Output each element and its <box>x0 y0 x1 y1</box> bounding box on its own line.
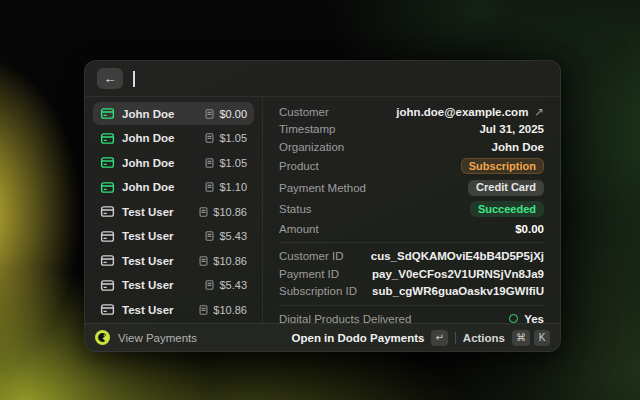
detail-value: Jul 31, 2025 <box>479 123 544 135</box>
footer-divider <box>455 332 456 344</box>
payment-list-item[interactable]: Test User$10.86 <box>93 200 254 223</box>
actions-button[interactable]: Actions <box>463 332 505 344</box>
receipt-icon <box>198 255 209 267</box>
section-divider <box>279 305 544 306</box>
detail-label: Customer ID <box>279 250 344 262</box>
payment-list-item[interactable]: Test User$5.43 <box>93 274 254 297</box>
receipt-icon <box>198 206 209 218</box>
section-divider <box>279 242 544 243</box>
customer-email-text: john.doe@example.com <box>396 106 528 118</box>
payment-customer-name: Test User <box>122 230 197 242</box>
credit-card-icon <box>100 253 115 268</box>
payment-amount-text: $1.05 <box>219 132 247 144</box>
receipt-icon <box>204 132 215 144</box>
credit-card-icon <box>100 180 115 195</box>
payment-amount-text: $10.86 <box>213 206 247 218</box>
detail-row: Payment MethodCredit Card <box>279 177 544 199</box>
external-link-icon: ↗ <box>534 105 544 119</box>
detail-value: $0.00 <box>515 223 544 235</box>
search-input-caret <box>133 71 135 87</box>
credit-card-icon <box>100 229 115 244</box>
payment-amount-text: $5.43 <box>219 279 247 291</box>
back-arrow-icon: ← <box>104 71 117 86</box>
payment-customer-name: John Doe <box>122 108 197 120</box>
return-key-badge: ↵ <box>431 330 447 346</box>
payment-list-item[interactable]: John Doe$1.05 <box>93 151 254 174</box>
detail-value: pay_V0eCFos2V1URNSjVn8Ja9 <box>372 268 544 280</box>
payment-customer-name: Test User <box>122 255 191 267</box>
detail-value: cus_SdQKAMOviE4bB4D5P5jXj <box>371 250 544 262</box>
detail-label: Amount <box>279 223 319 235</box>
payment-customer-name: Test User <box>122 206 191 218</box>
detail-label: Timestamp <box>279 123 335 135</box>
receipt-icon <box>204 279 215 291</box>
detail-row: StatusSucceeded <box>279 199 544 221</box>
detail-label: Subscription ID <box>279 285 357 297</box>
payment-amount: $5.43 <box>204 230 247 242</box>
detail-label: Organization <box>279 141 344 153</box>
detail-row: Customerjohn.doe@example.com↗ <box>279 103 544 121</box>
detail-row: Payment IDpay_V0eCFos2V1URNSjVn8Ja9 <box>279 265 544 283</box>
payment-customer-name: John Doe <box>122 132 197 144</box>
command-palette-window: ← John Doe$0.00John Doe$1.05John Doe$1.0… <box>84 60 561 352</box>
payment-list-item[interactable]: Test User$10.86 <box>93 249 254 272</box>
payment-amount: $1.05 <box>204 157 247 169</box>
receipt-icon <box>204 230 215 242</box>
dodo-payments-logo-icon <box>95 330 110 345</box>
payment-customer-name: John Doe <box>122 157 197 169</box>
detail-label: Status <box>279 203 312 215</box>
delivered-indicator: Yes <box>509 313 544 323</box>
payment-customer-name: Test User <box>122 304 191 316</box>
credit-card-icon <box>100 278 115 293</box>
detail-label: Product <box>279 160 319 172</box>
payment-customer-name: John Doe <box>122 181 197 193</box>
detail-row: Digital Products DeliveredYes <box>279 310 544 323</box>
detail-value: sub_cgWR6guaOaskv19GWIfiU <box>372 285 544 297</box>
product-badge: Subscription <box>461 158 544 174</box>
footer-action-bar: View Payments Open in Dodo Payments ↵ Ac… <box>85 323 560 351</box>
detail-row: Customer IDcus_SdQKAMOviE4bB4D5P5jXj <box>279 248 544 266</box>
payment-amount: $10.86 <box>198 255 247 267</box>
credit-card-icon <box>100 155 115 170</box>
status-badge: Succeeded <box>470 201 544 217</box>
receipt-icon <box>204 157 215 169</box>
detail-label: Payment ID <box>279 268 339 280</box>
k-key-badge: K <box>534 330 550 346</box>
receipt-icon <box>204 181 215 193</box>
payment-list-item[interactable]: John Doe$0.00 <box>93 102 254 125</box>
credit-card-icon <box>100 106 115 121</box>
detail-label: Digital Products Delivered <box>279 313 411 323</box>
detail-value: John Doe <box>492 141 544 153</box>
receipt-icon <box>204 108 215 120</box>
detail-row: ProductSubscription <box>279 156 544 178</box>
credit-card-icon <box>100 204 115 219</box>
detail-panel: Customerjohn.doe@example.com↗TimestampJu… <box>263 97 560 323</box>
payment-list-item[interactable]: John Doe$1.05 <box>93 127 254 150</box>
status-circle-icon <box>509 314 518 323</box>
payment-amount: $1.10 <box>204 181 247 193</box>
extension-name: View Payments <box>118 332 197 344</box>
payment-amount: $0.00 <box>204 108 247 120</box>
payment-amount-text: $10.86 <box>213 255 247 267</box>
search-header: ← <box>85 61 560 97</box>
detail-label: Customer <box>279 106 329 118</box>
credit-card-icon <box>100 302 115 317</box>
cmd-key-badge: ⌘ <box>512 330 530 346</box>
payment-amount-text: $1.05 <box>219 157 247 169</box>
detail-label: Payment Method <box>279 182 366 194</box>
payment-amount-text: $5.43 <box>219 230 247 242</box>
detail-row: Amount$0.00 <box>279 220 544 238</box>
payment-method-badge: Credit Card <box>468 180 544 196</box>
open-in-dodo-payments-button[interactable]: Open in Dodo Payments <box>292 332 425 344</box>
payment-amount: $10.86 <box>198 304 247 316</box>
payment-list: John Doe$0.00John Doe$1.05John Doe$1.05J… <box>85 97 263 323</box>
credit-card-icon <box>100 131 115 146</box>
payment-list-item[interactable]: Test User$10.86 <box>93 298 254 321</box>
customer-email-link[interactable]: john.doe@example.com↗ <box>396 105 544 119</box>
payment-amount: $1.05 <box>204 132 247 144</box>
payment-list-item[interactable]: John Doe$1.10 <box>93 176 254 199</box>
payment-customer-name: Test User <box>122 279 197 291</box>
payment-amount-text: $1.10 <box>219 181 247 193</box>
back-button[interactable]: ← <box>97 68 123 89</box>
payment-list-item[interactable]: Test User$5.43 <box>93 225 254 248</box>
